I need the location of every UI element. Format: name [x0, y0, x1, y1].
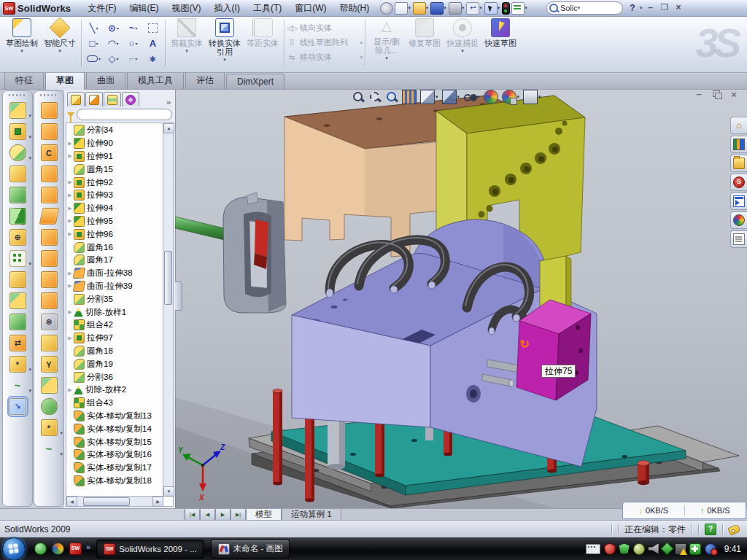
tree-item[interactable]: ▶切除-放样1 [66, 306, 163, 319]
menu-item-5[interactable]: 窗口(W) [288, 0, 333, 17]
dropdown-arrow-icon[interactable]: ▾ [479, 5, 482, 11]
dropdown-arrow-icon[interactable]: ▾ [28, 367, 31, 373]
shield-green-tray-icon[interactable] [619, 544, 630, 554]
tab-模具工具[interactable]: 模具工具 [127, 71, 184, 89]
split-button[interactable] [3, 290, 32, 311]
point-button[interactable]: ∗ [143, 53, 163, 64]
planar-surface-button[interactable] [34, 206, 63, 227]
select-icon[interactable] [484, 2, 498, 15]
view-settings-button[interactable]: ▾ [523, 90, 541, 104]
tab-草图[interactable]: 草图 [45, 71, 85, 90]
section-view-button[interactable] [402, 90, 417, 104]
dropdown-arrow-icon[interactable]: ▾ [96, 41, 98, 46]
dropdown-arrow-icon[interactable]: ▾ [60, 451, 63, 457]
toolbar-grip[interactable] [40, 94, 58, 96]
tree-item[interactable]: ▶拉伸92 [66, 176, 163, 189]
hide-show-items-button[interactable]: ▾ [463, 90, 480, 104]
keyboard-tray-icon[interactable] [586, 544, 600, 554]
dropdown-arrow-icon[interactable]: ▾ [116, 41, 118, 46]
model-tab[interactable]: 模型 [246, 509, 282, 521]
search360-tray-icon[interactable] [633, 543, 645, 555]
health-tray-icon[interactable] [689, 543, 701, 555]
open-icon[interactable] [413, 2, 426, 15]
taskbar-window-button[interactable]: SWSolidWorks 2009 - ... [96, 540, 204, 559]
tree-item[interactable]: ▶拉伸91 [66, 150, 163, 163]
expand-arrow-icon[interactable]: ▶ [66, 387, 74, 393]
task-list-icon[interactable] [511, 2, 525, 15]
tree-item[interactable]: 实体-移动/复制16 [66, 448, 163, 462]
tooling-split-button[interactable] [34, 375, 63, 396]
dropdown-arrow-icon[interactable]: ▾ [426, 5, 429, 11]
menu-item-4[interactable]: 工具(T) [247, 0, 288, 17]
smart-dimension-button[interactable]: 智能尺寸▾ [41, 16, 79, 71]
expand-arrow-icon[interactable]: ▶ [66, 218, 74, 224]
tree-item[interactable]: 圆角15 [66, 163, 163, 176]
dropdown-arrow-icon[interactable]: ▾ [525, 5, 527, 11]
pin-icon[interactable] [380, 2, 393, 15]
dropdown-arrow-icon[interactable]: ▾ [436, 94, 438, 100]
tree-item[interactable]: 实体-移动/复制18 [66, 475, 163, 488]
taskpane-home-button[interactable]: ⌂ [730, 117, 747, 134]
tree-item[interactable]: ▶拉伸94 [66, 202, 163, 215]
dropdown-arrow-icon[interactable]: ▾ [135, 41, 137, 46]
extruded-boss-base-button[interactable]: ▾ [3, 100, 32, 121]
tree-filter-input[interactable] [77, 109, 172, 120]
dropdown-arrow-icon[interactable]: ▾ [457, 94, 460, 100]
tree-item[interactable]: 实体-移动/复制17 [66, 462, 163, 475]
dropdown-arrow-icon[interactable]: ▾ [98, 56, 101, 61]
close-button[interactable]: × [672, 3, 684, 14]
slot-button[interactable]: ▾ [84, 55, 104, 62]
tree-item[interactable]: 分割35 [66, 292, 163, 306]
model-tab[interactable]: 运动算例 1 [282, 509, 341, 521]
curves-button[interactable]: ~▾ [3, 375, 32, 396]
tree-item[interactable]: 实体-移动/复制14 [66, 422, 163, 435]
quick-launch-chevron[interactable]: » [86, 542, 90, 551]
save-icon[interactable] [430, 2, 444, 15]
solidworks-icon[interactable]: SW [69, 542, 82, 555]
tab-nav-button-3[interactable]: ▶| [231, 509, 246, 521]
reference-geometry-button[interactable]: *▾ [3, 354, 32, 375]
scroll-left-button[interactable]: ◀ [66, 497, 77, 507]
tree-item[interactable]: 圆角17 [66, 254, 163, 267]
shell-button[interactable] [3, 184, 32, 206]
selection-box-button[interactable] [143, 23, 163, 33]
tree-item[interactable]: 实体-移动/复制13 [66, 410, 163, 423]
scroll-right-button[interactable]: ▶ [152, 497, 163, 507]
dropdown-arrow-icon[interactable]: ▾ [538, 94, 541, 100]
doc-close-button[interactable]: × [728, 89, 740, 101]
vpn-tray-icon[interactable] [660, 542, 673, 555]
volume-tray-icon[interactable] [649, 544, 659, 554]
delete-face-button[interactable]: ⊗ [34, 311, 63, 332]
restore-button[interactable]: ❒ [658, 3, 670, 14]
dropdown-arrow-icon[interactable]: ▾ [117, 26, 119, 31]
model-clamp-unit[interactable] [223, 192, 286, 313]
toolbar-grip[interactable] [9, 94, 26, 96]
graphics-viewport[interactable]: ↻ [175, 89, 747, 508]
sync-tray-icon[interactable] [705, 543, 716, 555]
dropdown-arrow-icon[interactable]: ▾ [408, 5, 411, 11]
taskpane-file-explorer-button[interactable] [730, 155, 747, 172]
search-dropdown-icon[interactable]: ▾ [578, 5, 581, 11]
undo-icon[interactable]: ↩ [466, 2, 479, 15]
expand-arrow-icon[interactable]: ▶ [66, 206, 74, 211]
previous-view-button[interactable] [385, 90, 398, 104]
replace-face-button[interactable] [34, 332, 63, 354]
model-small-cylinder[interactable] [638, 461, 649, 486]
zoom-area-button[interactable] [368, 90, 382, 104]
dropdown-arrow-icon[interactable]: ▾ [223, 57, 226, 63]
dropdown-arrow-icon[interactable]: ▾ [60, 430, 63, 436]
dropdown-arrow-icon[interactable]: ▾ [28, 113, 31, 119]
dropdown-arrow-icon[interactable]: ▾ [477, 94, 480, 100]
offset-surface-button[interactable] [34, 227, 63, 248]
combine-button[interactable] [3, 311, 32, 332]
tree-item[interactable]: 实体-移动/复制15 [66, 435, 163, 448]
panel-tab-featuremanager[interactable] [67, 92, 85, 106]
expand-arrow-icon[interactable]: ▶ [66, 141, 74, 147]
display-style-button[interactable]: ▾ [442, 90, 460, 104]
dropdown-arrow-icon[interactable]: ▾ [58, 48, 61, 54]
dropdown-arrow-icon[interactable]: ▾ [28, 261, 31, 267]
draft-button[interactable] [3, 163, 32, 184]
menu-item-6[interactable]: 帮助(H) [333, 0, 376, 17]
menu-item-2[interactable]: 视图(V) [166, 0, 208, 17]
hole-wizard-button[interactable]: ⊕ [3, 227, 32, 248]
